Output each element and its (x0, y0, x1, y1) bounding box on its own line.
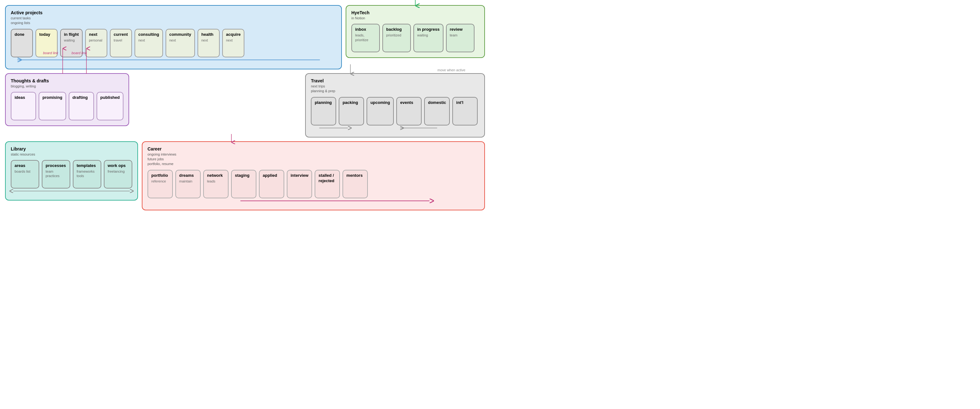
card-applied-title: applied (263, 173, 277, 178)
card-backlog[interactable]: backlog prioritized (382, 24, 411, 52)
career-subtitle: ongoing interviews future jobs portfolio… (148, 152, 479, 167)
card-community-sub: next (169, 38, 176, 42)
card-inbox[interactable]: inbox leads,prioritize (352, 24, 380, 52)
card-inbox-title: inbox (355, 27, 366, 32)
card-community[interactable]: community next (165, 29, 195, 58)
card-review[interactable]: review team (446, 24, 474, 52)
active-projects-subtitle: current tasks ongoing lists (11, 16, 336, 26)
thoughts-cards: ideas promising drafting published (11, 92, 123, 120)
card-network-title: network (207, 173, 223, 178)
card-acquire[interactable]: acquire next (222, 29, 244, 58)
card-planning[interactable]: planning (311, 97, 336, 125)
card-dreams[interactable]: dreams maintain (175, 170, 201, 198)
card-promising[interactable]: promising (39, 92, 66, 120)
card-next-sub: personal (89, 38, 102, 42)
card-ideas-title: ideas (14, 95, 25, 101)
card-templates-title: templates (76, 163, 96, 169)
card-published[interactable]: published (97, 92, 123, 120)
card-acquire-title: acquire (226, 32, 240, 37)
library-title: Library (11, 146, 132, 152)
row3: Library static resources areas boards li… (5, 141, 485, 210)
card-backlog-title: backlog (386, 27, 402, 32)
card-areas-title: areas (14, 163, 25, 169)
card-review-sub: team (450, 33, 457, 37)
travel-panel: move when active Travel next trips plann… (305, 73, 485, 137)
pink-career-arrow (133, 73, 301, 83)
card-stalled-title: stalled /rejected (318, 173, 334, 184)
card-upcoming[interactable]: upcoming (367, 97, 394, 125)
card-in-progress[interactable]: in progress waiting (414, 24, 444, 52)
thoughts-title: Thoughts & drafts (11, 78, 123, 83)
card-backlog-sub: prioritized (386, 33, 401, 37)
card-events[interactable]: events (396, 97, 422, 125)
card-done-title: done (14, 32, 24, 37)
career-title: Career (148, 146, 479, 152)
board-link-label-1: board link (43, 51, 58, 55)
career-cards: portfolio reference dreams maintain netw… (148, 170, 479, 198)
card-intl-title: int'l (456, 100, 463, 105)
card-done[interactable]: done (11, 29, 33, 58)
row2-spacer (133, 73, 301, 83)
card-current-travel-sub: travel (114, 38, 122, 42)
card-stalled[interactable]: stalled /rejected (315, 170, 340, 198)
card-work-ops[interactable]: work ops freelancing (104, 160, 132, 189)
travel-title: Travel (311, 78, 479, 83)
travel-top-connector (350, 64, 351, 74)
card-consulting-title: consulting (138, 32, 159, 37)
card-today-title: today (39, 32, 50, 37)
card-drafting[interactable]: drafting (69, 92, 94, 120)
card-staging[interactable]: staging (231, 170, 256, 198)
card-portfolio[interactable]: portfolio reference (148, 170, 173, 198)
card-consulting-sub: next (138, 38, 145, 42)
card-in-flight-sub: waiting (64, 38, 75, 42)
card-next-title: next (89, 32, 97, 37)
card-dreams-sub: maintain (179, 179, 192, 184)
card-intl[interactable]: int'l (452, 97, 478, 125)
card-in-flight-title: in flight (64, 32, 79, 37)
card-published-title: published (100, 95, 120, 101)
card-ideas[interactable]: ideas (11, 92, 36, 120)
card-promising-title: promising (42, 95, 62, 101)
card-health[interactable]: health next (197, 29, 220, 58)
card-packing[interactable]: packing (339, 97, 364, 125)
hyetech-subtitle: in Notion (352, 16, 479, 21)
card-acquire-sub: next (226, 38, 233, 42)
hyetech-cards: inbox leads,prioritize backlog prioritiz… (352, 24, 479, 52)
card-upcoming-title: upcoming (370, 100, 390, 105)
row2: Thoughts & drafts blogging, writing idea… (5, 73, 485, 137)
active-projects-title: Active projects (11, 10, 336, 15)
card-processes[interactable]: processes teampractices (42, 160, 70, 189)
hyetech-top-connector (415, 0, 415, 6)
career-arrow (148, 198, 479, 204)
travel-cards: planning packing upcoming events domesti… (311, 97, 479, 125)
card-planning-title: planning (315, 100, 332, 105)
row1: Active projects current tasks ongoing li… (5, 5, 485, 69)
card-health-title: health (201, 32, 213, 37)
card-domestic[interactable]: domestic (424, 97, 450, 125)
card-current-travel[interactable]: current travel (110, 29, 132, 58)
travel-arrows (311, 125, 479, 131)
move-when-active-label: move when active (438, 68, 465, 72)
card-portfolio-title: portfolio (151, 173, 168, 178)
card-domestic-title: domestic (428, 100, 446, 105)
main-layout: Active projects current tasks ongoing li… (5, 5, 485, 210)
card-processes-title: processes (46, 163, 66, 169)
card-drafting-title: drafting (73, 95, 88, 101)
card-templates[interactable]: templates frameworkstools (73, 160, 101, 189)
card-applied[interactable]: applied (259, 170, 284, 198)
card-work-ops-title: work ops (108, 163, 126, 169)
career-incoming-arrow (231, 134, 232, 143)
card-staging-title: staging (235, 173, 250, 178)
card-network[interactable]: network leads (203, 170, 229, 198)
card-network-sub: leads (207, 179, 215, 184)
card-events-title: events (400, 100, 413, 105)
card-consulting[interactable]: consulting next (135, 29, 163, 58)
hyetech-panel: HyeTech in Notion inbox leads,prioritize… (346, 5, 485, 58)
card-interview-title: interview (291, 173, 308, 178)
card-areas[interactable]: areas boards list (11, 160, 39, 189)
card-interview[interactable]: interview (287, 170, 312, 198)
card-portfolio-sub: reference (151, 179, 166, 184)
card-dreams-title: dreams (179, 173, 194, 178)
card-mentors[interactable]: mentors (342, 170, 368, 198)
hyetech-title: HyeTech (352, 10, 479, 15)
